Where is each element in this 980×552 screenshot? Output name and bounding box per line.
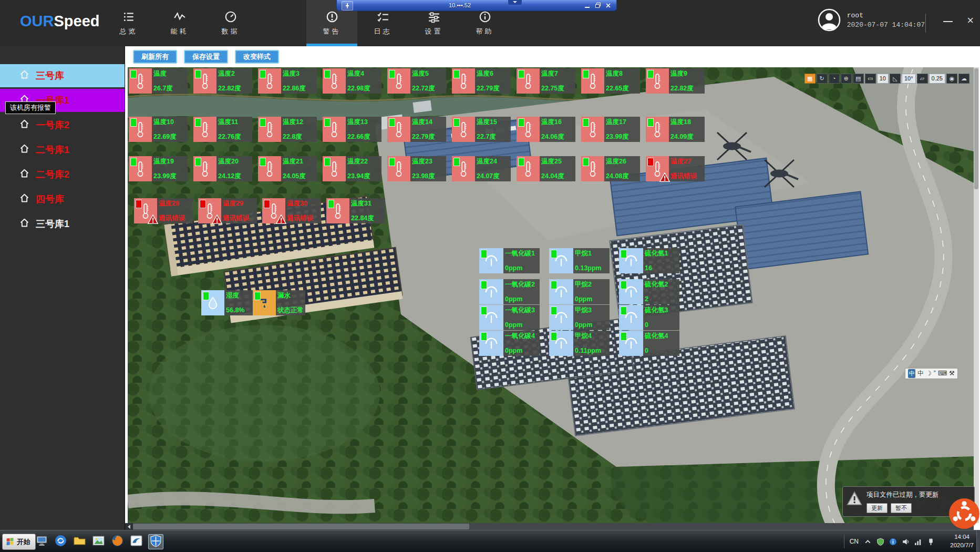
orbit-icon[interactable]: ◔ xyxy=(829,74,840,84)
tab-energy[interactable]: 能耗 xyxy=(154,0,205,46)
temperature-sensor-badge[interactable]: 温度1422.79度 xyxy=(387,117,446,142)
rdp-restore-button[interactable] xyxy=(593,2,602,9)
user-block[interactable]: root 2020-07-07 14:04:07 xyxy=(818,8,925,32)
gas-sensor-badge[interactable]: 硫化氢116 xyxy=(619,248,679,273)
temperature-sensor-badge[interactable]: 温度722.75度 xyxy=(517,68,575,94)
rdp-connection-bar[interactable]: 10.•••.52 xyxy=(336,0,617,11)
gas-sensor-badge[interactable]: 一氧化碳10ppm xyxy=(479,248,540,273)
chinese-english-toggle-icon[interactable]: 中 xyxy=(917,369,924,378)
scroll-left-arrow-icon[interactable] xyxy=(125,523,133,530)
leak-sensor-badge[interactable]: 漏水状态正常 xyxy=(253,290,305,315)
temperature-sensor-badge[interactable]: 温度27通讯错误 xyxy=(646,156,705,181)
ime-language-bar[interactable]: 中中☽”⌨⚒ xyxy=(905,368,958,379)
temperature-sensor-badge[interactable]: 温度622.79度 xyxy=(452,68,511,94)
layers-icon[interactable]: ▦ xyxy=(804,74,816,84)
gas-sensor-badge[interactable]: 甲烷30ppm xyxy=(549,305,610,330)
gas-sensor-badge[interactable]: 一氧化碳20ppm xyxy=(479,279,540,304)
sidebar-item-5[interactable]: 二号库2 xyxy=(0,163,125,186)
quick-launch-mysql[interactable] xyxy=(129,535,143,549)
tray-info-icon[interactable] xyxy=(889,538,897,546)
start-button[interactable]: 开始 xyxy=(2,534,36,550)
tray-shield-icon[interactable] xyxy=(876,538,884,546)
temperature-sensor-badge[interactable]: 温度1122.76度 xyxy=(193,117,252,142)
later-button[interactable]: 暂不 xyxy=(891,503,912,513)
temperature-sensor-badge[interactable]: 温度1923.99度 xyxy=(129,156,188,181)
temperature-sensor-badge[interactable]: 温度822.65度 xyxy=(581,68,640,94)
full-half-width-toggle-icon[interactable]: ☽ xyxy=(926,369,932,378)
sidebar-item-1[interactable]: 三号库 xyxy=(0,64,125,87)
temperature-sensor-badge[interactable]: 温度3122.84度 xyxy=(326,198,385,223)
screen-icon[interactable]: ▭ xyxy=(865,74,876,84)
refresh-all-button[interactable]: 刷新所有 xyxy=(133,50,177,64)
gas-sensor-badge[interactable]: 甲烷40.11ppm xyxy=(549,331,610,356)
tilt-angle[interactable]: 10° xyxy=(902,74,916,84)
change-style-button[interactable]: 改变样式 xyxy=(235,50,279,64)
temperature-sensor-badge[interactable]: 温度922.82度 xyxy=(646,68,705,94)
temperature-sensor-badge[interactable]: 温度29通讯错误 xyxy=(198,198,257,223)
temperature-sensor-badge[interactable]: 温度30通讯错误 xyxy=(262,198,321,223)
gas-sensor-badge[interactable]: 硫化氢40 xyxy=(619,331,679,356)
quick-launch-folder[interactable] xyxy=(73,535,87,549)
ubuntu-logo-icon[interactable] xyxy=(949,498,979,529)
temperature-sensor-badge[interactable]: 温度1022.69度 xyxy=(129,117,188,142)
volume-icon[interactable] xyxy=(902,538,910,546)
gas-sensor-badge[interactable]: 甲烷20ppm xyxy=(549,279,610,304)
gas-sensor-badge[interactable]: 硫化氢22 xyxy=(619,279,679,304)
update-button[interactable]: 更新 xyxy=(866,503,888,513)
temperature-sensor-badge[interactable]: 温度422.98度 xyxy=(323,68,381,94)
sidebar-item-4[interactable]: 二号库1 xyxy=(0,138,125,161)
soft-keyboard-icon[interactable]: ⌨ xyxy=(938,369,947,378)
temperature-sensor-badge[interactable]: 温度2223.94度 xyxy=(323,156,381,181)
temperature-sensor-badge[interactable]: 温度2424.07度 xyxy=(452,156,511,181)
weather-icon[interactable]: ☁ xyxy=(958,74,969,84)
language-indicator[interactable]: CN xyxy=(850,538,859,545)
vertical-scrollbar[interactable] xyxy=(974,67,979,523)
scale-factor[interactable]: 0.25 xyxy=(929,74,945,84)
temperature-sensor-badge[interactable]: 温度1723.99度 xyxy=(581,117,640,142)
app-close-button[interactable]: × xyxy=(967,15,974,26)
pan-icon[interactable]: ⊕ xyxy=(841,74,852,84)
temperature-sensor-badge[interactable]: 温度522.72度 xyxy=(387,68,446,94)
grid-icon[interactable]: ▤ xyxy=(853,74,864,84)
humidity-sensor-badge[interactable]: 湿度56.8% xyxy=(201,290,254,315)
quick-launch-security-shield[interactable] xyxy=(148,534,163,549)
temperature-sensor-badge[interactable]: 温度1824.09度 xyxy=(646,117,705,142)
quick-launch-network[interactable] xyxy=(54,535,68,549)
zoom-level[interactable]: 10 xyxy=(877,74,889,84)
temperature-sensor-badge[interactable]: 温度322.86度 xyxy=(258,68,317,94)
temperature-sensor-badge[interactable]: 温度2323.98度 xyxy=(387,156,446,181)
snapshot-icon[interactable]: ◉ xyxy=(946,74,957,84)
facility-map-viewport[interactable]: 温度26.7度温度222.82度温度322.86度温度422.98度温度522.… xyxy=(128,67,974,523)
rdp-minimize-button[interactable] xyxy=(583,2,592,9)
gas-sensor-badge[interactable]: 一氧化碳30ppm xyxy=(479,305,540,330)
quick-launch-computer[interactable] xyxy=(35,535,49,549)
rdp-close-button[interactable] xyxy=(604,2,613,9)
rdp-chevron-icon[interactable] xyxy=(508,0,522,5)
ime-logo-icon[interactable]: 中 xyxy=(908,369,915,378)
temperature-sensor-badge[interactable]: 温度1322.66度 xyxy=(323,117,381,142)
temperature-sensor-badge[interactable]: 温度2024.12度 xyxy=(193,156,252,181)
horizontal-scrollbar-thumb[interactable] xyxy=(133,524,469,529)
temperature-sensor-badge[interactable]: 温度222.82度 xyxy=(193,68,252,94)
temperature-sensor-badge[interactable]: 温度2524.04度 xyxy=(517,156,575,181)
temperature-sensor-badge[interactable]: 温度1624.06度 xyxy=(517,117,575,142)
slope-icon[interactable]: ◺ xyxy=(890,74,901,84)
gas-sensor-badge[interactable]: 一氧化碳40ppm xyxy=(479,331,540,356)
gas-sensor-badge[interactable]: 甲烷10.13ppm xyxy=(549,248,610,273)
punctuation-toggle-icon[interactable]: ” xyxy=(934,369,936,378)
temperature-sensor-badge[interactable]: 温度2624.08度 xyxy=(581,156,640,181)
temperature-sensor-badge[interactable]: 温度2124.05度 xyxy=(258,156,317,181)
measure-icon[interactable]: ▱ xyxy=(917,74,928,84)
vertical-scrollbar-thumb[interactable] xyxy=(974,68,978,189)
sidebar-item-6[interactable]: 四号库 xyxy=(0,188,125,211)
temperature-sensor-badge[interactable]: 温度1522.7度 xyxy=(452,117,511,142)
power-icon[interactable] xyxy=(927,538,935,546)
quick-launch-image-viewer[interactable] xyxy=(91,535,106,549)
temperature-sensor-badge[interactable]: 温度26.7度 xyxy=(129,68,188,94)
temperature-sensor-badge[interactable]: 温度28通讯错误 xyxy=(134,198,193,223)
horizontal-scrollbar[interactable] xyxy=(125,523,974,530)
rotate-icon[interactable]: ↻ xyxy=(817,74,828,84)
sidebar-item-7[interactable]: 三号库1 xyxy=(0,212,125,236)
gas-sensor-badge[interactable]: 硫化氢30 xyxy=(619,305,679,330)
hidden-icons-icon[interactable] xyxy=(864,538,872,546)
